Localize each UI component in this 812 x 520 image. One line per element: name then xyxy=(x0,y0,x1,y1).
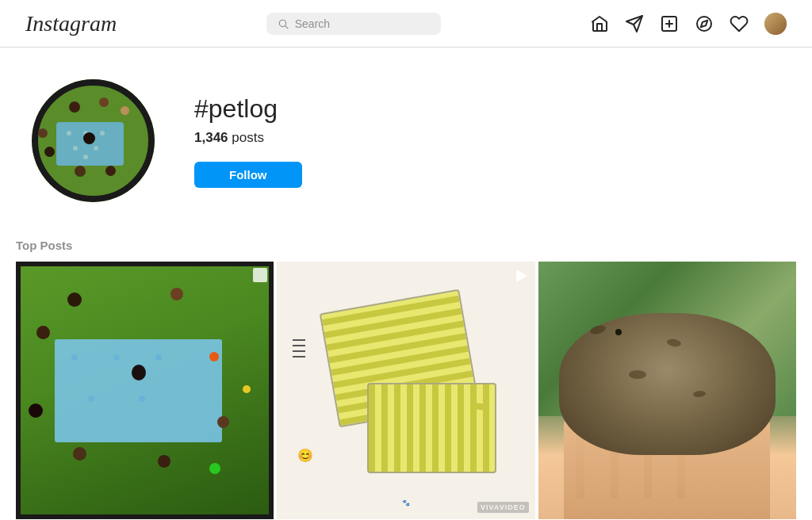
home-nav-button[interactable] xyxy=(590,14,609,33)
post-thumb-1[interactable] xyxy=(16,262,274,519)
profile-section: #petlog 1,346 posts Follow xyxy=(0,48,812,226)
post-thumb-3[interactable] xyxy=(538,262,796,519)
post-multiple-icon xyxy=(253,268,267,282)
profile-hashtag: #petlog xyxy=(194,94,764,124)
nav-icons xyxy=(590,13,787,35)
profile-avatar xyxy=(32,79,155,202)
search-bar[interactable] xyxy=(266,13,441,35)
search-input[interactable] xyxy=(295,17,430,30)
video-play-icon xyxy=(516,270,527,282)
heart-nav-button[interactable] xyxy=(730,14,749,33)
instagram-logo: Instagram xyxy=(25,11,117,36)
post-watermark: VIVAVIDEO xyxy=(477,502,529,513)
compass-nav-button[interactable] xyxy=(695,14,714,33)
top-posts-section: Top Posts xyxy=(0,226,812,519)
send-nav-button[interactable] xyxy=(625,14,644,33)
post-thumb-2[interactable]: 😊 🐾 VIVAVIDEO xyxy=(277,262,534,519)
main-content: #petlog 1,346 posts Follow Top Posts xyxy=(0,0,812,520)
svg-point-5 xyxy=(697,17,711,31)
profile-posts-count: 1,346 posts xyxy=(194,130,764,146)
user-avatar[interactable] xyxy=(764,13,787,35)
svg-line-1 xyxy=(285,25,287,28)
follow-button[interactable]: Follow xyxy=(194,162,302,188)
add-nav-button[interactable] xyxy=(660,14,679,33)
search-icon xyxy=(278,17,289,30)
profile-info: #petlog 1,346 posts Follow xyxy=(194,94,764,188)
posts-grid: 😊 🐾 VIVAVIDEO xyxy=(16,262,796,519)
header: Instagram xyxy=(0,0,812,48)
top-posts-label: Top Posts xyxy=(16,226,796,262)
